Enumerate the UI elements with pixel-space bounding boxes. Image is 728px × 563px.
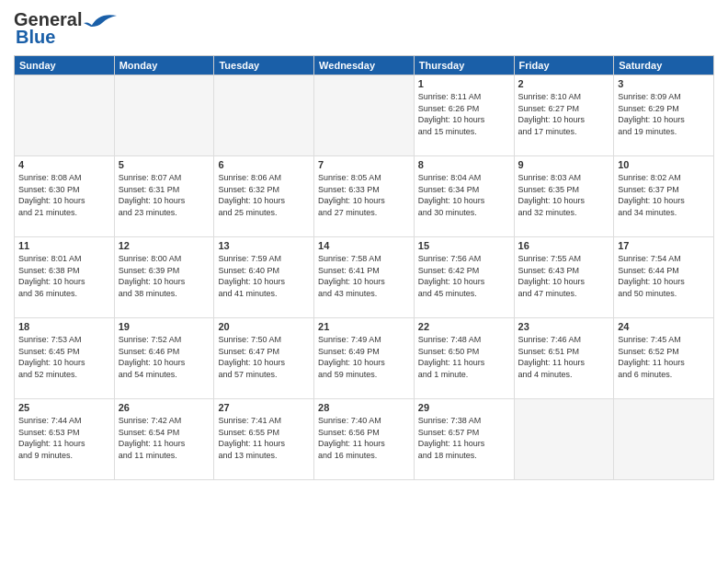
day-info: Sunrise: 7:53 AM Sunset: 6:45 PM Dayligh…: [18, 334, 110, 380]
day-number: 1: [418, 78, 510, 89]
logo-bird-icon: [82, 10, 117, 30]
day-info: Sunrise: 7:59 AM Sunset: 6:40 PM Dayligh…: [218, 253, 310, 299]
day-info: Sunrise: 8:01 AM Sunset: 6:38 PM Dayligh…: [18, 253, 110, 299]
calendar-cell: [314, 75, 415, 156]
calendar-cell: 27Sunrise: 7:41 AM Sunset: 6:55 PM Dayli…: [214, 399, 314, 480]
day-info: Sunrise: 8:06 AM Sunset: 6:32 PM Dayligh…: [218, 172, 310, 218]
day-number: 17: [618, 240, 710, 251]
day-info: Sunrise: 7:45 AM Sunset: 6:52 PM Dayligh…: [618, 334, 710, 380]
calendar-week-0: 1Sunrise: 8:11 AM Sunset: 6:26 PM Daylig…: [15, 75, 714, 156]
day-info: Sunrise: 7:55 AM Sunset: 6:43 PM Dayligh…: [518, 253, 610, 299]
day-info: Sunrise: 8:11 AM Sunset: 6:26 PM Dayligh…: [418, 91, 510, 137]
day-info: Sunrise: 7:56 AM Sunset: 6:42 PM Dayligh…: [418, 253, 510, 299]
calendar-header-tuesday: Tuesday: [214, 56, 314, 75]
calendar-cell: 2Sunrise: 8:10 AM Sunset: 6:27 PM Daylig…: [514, 75, 614, 156]
day-info: Sunrise: 7:41 AM Sunset: 6:55 PM Dayligh…: [218, 415, 310, 461]
calendar-cell: 28Sunrise: 7:40 AM Sunset: 6:56 PM Dayli…: [314, 399, 415, 480]
calendar-header-monday: Monday: [114, 56, 214, 75]
calendar-cell: 1Sunrise: 8:11 AM Sunset: 6:26 PM Daylig…: [414, 75, 514, 156]
day-number: 9: [518, 159, 610, 170]
day-info: Sunrise: 8:05 AM Sunset: 6:33 PM Dayligh…: [318, 172, 410, 218]
day-number: 21: [318, 321, 410, 332]
day-number: 12: [119, 240, 210, 251]
calendar-cell: 24Sunrise: 7:45 AM Sunset: 6:52 PM Dayli…: [614, 318, 714, 399]
day-info: Sunrise: 7:46 AM Sunset: 6:51 PM Dayligh…: [518, 334, 610, 380]
day-number: 18: [18, 321, 110, 332]
day-number: 28: [318, 402, 410, 413]
day-number: 5: [119, 159, 210, 170]
day-info: Sunrise: 7:44 AM Sunset: 6:53 PM Dayligh…: [18, 415, 110, 461]
calendar-cell: [214, 75, 314, 156]
calendar-week-2: 11Sunrise: 8:01 AM Sunset: 6:38 PM Dayli…: [15, 237, 714, 318]
day-info: Sunrise: 8:00 AM Sunset: 6:39 PM Dayligh…: [119, 253, 210, 299]
day-number: 29: [418, 402, 510, 413]
day-number: 26: [119, 402, 210, 413]
day-info: Sunrise: 7:48 AM Sunset: 6:50 PM Dayligh…: [418, 334, 510, 380]
day-number: 27: [218, 402, 310, 413]
calendar-cell: 7Sunrise: 8:05 AM Sunset: 6:33 PM Daylig…: [314, 156, 415, 237]
calendar-header-saturday: Saturday: [614, 56, 714, 75]
calendar-cell: 16Sunrise: 7:55 AM Sunset: 6:43 PM Dayli…: [514, 237, 614, 318]
calendar-cell: 19Sunrise: 7:52 AM Sunset: 6:46 PM Dayli…: [114, 318, 214, 399]
calendar-header-friday: Friday: [514, 56, 614, 75]
day-info: Sunrise: 7:50 AM Sunset: 6:47 PM Dayligh…: [218, 334, 310, 380]
page-container: General Blue SundayMondayTuesdayWednesda…: [0, 0, 728, 489]
day-number: 19: [119, 321, 210, 332]
calendar-cell: 8Sunrise: 8:04 AM Sunset: 6:34 PM Daylig…: [414, 156, 514, 237]
calendar-header-thursday: Thursday: [414, 56, 514, 75]
day-number: 15: [418, 240, 510, 251]
calendar-cell: 25Sunrise: 7:44 AM Sunset: 6:53 PM Dayli…: [15, 399, 115, 480]
day-number: 14: [318, 240, 410, 251]
day-number: 13: [218, 240, 310, 251]
day-info: Sunrise: 7:38 AM Sunset: 6:57 PM Dayligh…: [418, 415, 510, 461]
calendar-cell: 15Sunrise: 7:56 AM Sunset: 6:42 PM Dayli…: [414, 237, 514, 318]
calendar-header-row: SundayMondayTuesdayWednesdayThursdayFrid…: [15, 56, 714, 75]
day-number: 25: [18, 402, 110, 413]
day-number: 24: [618, 321, 710, 332]
calendar-cell: 29Sunrise: 7:38 AM Sunset: 6:57 PM Dayli…: [414, 399, 514, 480]
day-info: Sunrise: 8:03 AM Sunset: 6:35 PM Dayligh…: [518, 172, 610, 218]
day-number: 20: [218, 321, 310, 332]
day-info: Sunrise: 7:58 AM Sunset: 6:41 PM Dayligh…: [318, 253, 410, 299]
calendar-cell: 10Sunrise: 8:02 AM Sunset: 6:37 PM Dayli…: [614, 156, 714, 237]
day-info: Sunrise: 8:07 AM Sunset: 6:31 PM Dayligh…: [119, 172, 210, 218]
day-number: 23: [518, 321, 610, 332]
day-info: Sunrise: 7:40 AM Sunset: 6:56 PM Dayligh…: [318, 415, 410, 461]
calendar-week-1: 4Sunrise: 8:08 AM Sunset: 6:30 PM Daylig…: [15, 156, 714, 237]
calendar-cell: [614, 399, 714, 480]
calendar-cell: 4Sunrise: 8:08 AM Sunset: 6:30 PM Daylig…: [15, 156, 115, 237]
calendar-cell: 18Sunrise: 7:53 AM Sunset: 6:45 PM Dayli…: [15, 318, 115, 399]
day-number: 10: [618, 159, 710, 170]
calendar-cell: 21Sunrise: 7:49 AM Sunset: 6:49 PM Dayli…: [314, 318, 415, 399]
day-number: 11: [18, 240, 110, 251]
day-info: Sunrise: 7:54 AM Sunset: 6:44 PM Dayligh…: [618, 253, 710, 299]
calendar-header-wednesday: Wednesday: [314, 56, 415, 75]
calendar-cell: 20Sunrise: 7:50 AM Sunset: 6:47 PM Dayli…: [214, 318, 314, 399]
day-number: 16: [518, 240, 610, 251]
calendar-cell: 5Sunrise: 8:07 AM Sunset: 6:31 PM Daylig…: [114, 156, 214, 237]
calendar-cell: 13Sunrise: 7:59 AM Sunset: 6:40 PM Dayli…: [214, 237, 314, 318]
calendar-table: SundayMondayTuesdayWednesdayThursdayFrid…: [14, 55, 714, 480]
calendar-cell: 26Sunrise: 7:42 AM Sunset: 6:54 PM Dayli…: [114, 399, 214, 480]
calendar-cell: 23Sunrise: 7:46 AM Sunset: 6:51 PM Dayli…: [514, 318, 614, 399]
calendar-cell: 14Sunrise: 7:58 AM Sunset: 6:41 PM Dayli…: [314, 237, 415, 318]
calendar-cell: 6Sunrise: 8:06 AM Sunset: 6:32 PM Daylig…: [214, 156, 314, 237]
day-number: 6: [218, 159, 310, 170]
calendar-cell: [514, 399, 614, 480]
day-number: 7: [318, 159, 410, 170]
calendar-body: 1Sunrise: 8:11 AM Sunset: 6:26 PM Daylig…: [15, 75, 714, 480]
calendar-cell: 3Sunrise: 8:09 AM Sunset: 6:29 PM Daylig…: [614, 75, 714, 156]
page-header: General Blue: [14, 9, 714, 48]
day-number: 4: [18, 159, 110, 170]
calendar-cell: 11Sunrise: 8:01 AM Sunset: 6:38 PM Dayli…: [15, 237, 115, 318]
day-info: Sunrise: 7:49 AM Sunset: 6:49 PM Dayligh…: [318, 334, 410, 380]
day-info: Sunrise: 8:04 AM Sunset: 6:34 PM Dayligh…: [418, 172, 510, 218]
calendar-cell: [114, 75, 214, 156]
calendar-cell: 17Sunrise: 7:54 AM Sunset: 6:44 PM Dayli…: [614, 237, 714, 318]
day-number: 3: [618, 78, 710, 89]
day-info: Sunrise: 8:10 AM Sunset: 6:27 PM Dayligh…: [518, 91, 610, 137]
day-info: Sunrise: 8:02 AM Sunset: 6:37 PM Dayligh…: [618, 172, 710, 218]
day-info: Sunrise: 7:42 AM Sunset: 6:54 PM Dayligh…: [119, 415, 210, 461]
calendar-header-sunday: Sunday: [15, 56, 115, 75]
logo-blue: Blue: [14, 27, 55, 48]
